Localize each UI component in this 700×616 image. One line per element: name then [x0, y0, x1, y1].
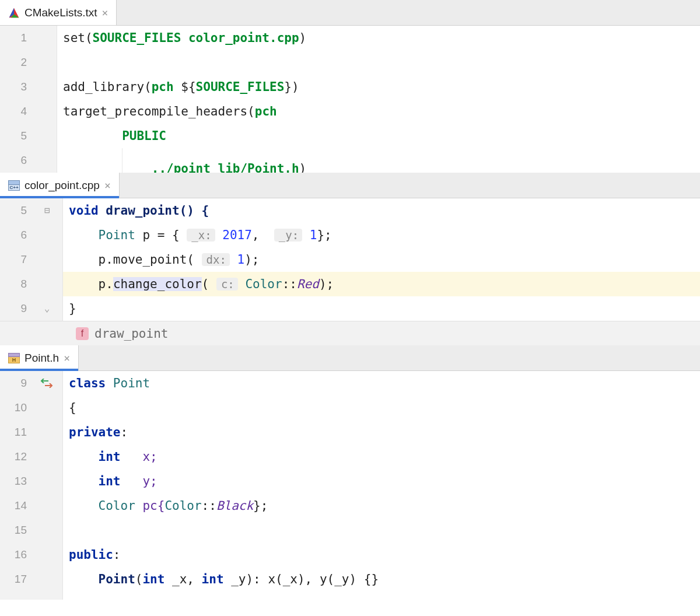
code-line[interactable]: add_library(pch ${SOURCE_FILES}): [57, 75, 700, 99]
tabbar: CMakeLists.txt ×: [0, 0, 700, 26]
param-hint: c:: [216, 278, 238, 290]
editor-body[interactable]: 9 10 11 12 13 14 15 16 17: [0, 371, 700, 600]
code-line[interactable]: void draw_point() {: [63, 198, 700, 223]
tab-label: Point.h: [24, 352, 59, 365]
editor-pane-h: H Point.h × 9 10 11 12 13 14 15 16 17: [0, 345, 700, 600]
gutter: 1 2 3 4 5 6: [0, 26, 57, 173]
code-area[interactable]: class Point { private: int x; int y; Col…: [63, 371, 700, 600]
line-number: 14: [15, 494, 27, 518]
line-number: 12: [15, 444, 27, 469]
tabbar: C++ color_point.cpp ×: [0, 173, 700, 198]
gutter: 5 6 7 8 9 ⊟ ⌄: [0, 198, 63, 321]
code-line[interactable]: [57, 50, 700, 75]
line-number: 10: [15, 396, 27, 420]
line-number: 16: [15, 542, 27, 567]
code-line[interactable]: [63, 518, 700, 542]
code-line[interactable]: Point(int _x, int _y): x(_x), y(_y) {}: [63, 567, 700, 592]
code-line[interactable]: int y;: [63, 469, 700, 494]
gutter: 9 10 11 12 13 14 15 16 17: [0, 371, 63, 600]
tab-label: CMakeLists.txt: [24, 6, 97, 19]
line-number: 2: [20, 50, 27, 75]
code-line[interactable]: target_precompile_headers(pch: [57, 99, 700, 124]
param-hint: _x:: [187, 229, 215, 242]
h-file-icon: H: [8, 353, 20, 363]
function-badge-icon: f: [76, 327, 89, 340]
line-number: 7: [20, 247, 27, 272]
breadcrumb[interactable]: f draw_point: [0, 321, 700, 345]
vcs-change-icon[interactable]: [32, 371, 62, 396]
line-number: 9: [20, 296, 27, 321]
code-line[interactable]: public:: [63, 542, 700, 567]
code-line[interactable]: set(SOURCE_FILES color_point.cpp): [57, 26, 700, 50]
line-number: 15: [15, 518, 27, 542]
code-area[interactable]: set(SOURCE_FILES color_point.cpp) add_li…: [57, 26, 700, 173]
editor-body[interactable]: 5 6 7 8 9 ⊟ ⌄ void draw_point() { Point …: [0, 198, 700, 321]
code-line[interactable]: ../point_lib/Point.h): [57, 148, 700, 173]
line-number: 13: [15, 469, 27, 494]
code-area[interactable]: void draw_point() { Point p = { _x: 2017…: [63, 198, 700, 321]
tab-label: color_point.cpp: [24, 179, 100, 192]
editor-pane-cmake: CMakeLists.txt × 1 2 3 4 5 6 set(SOURCE_…: [0, 0, 700, 173]
code-line[interactable]: private:: [63, 420, 700, 444]
editor-body[interactable]: 1 2 3 4 5 6 set(SOURCE_FILES color_point…: [0, 26, 700, 173]
code-line[interactable]: int x;: [63, 444, 700, 469]
line-number: 5: [20, 198, 27, 223]
code-line[interactable]: class Point: [63, 371, 700, 396]
close-icon[interactable]: ×: [64, 352, 70, 364]
tab-colorpoint[interactable]: C++ color_point.cpp ×: [0, 173, 120, 198]
line-number: 9: [20, 371, 27, 396]
tab-point-h[interactable]: H Point.h ×: [0, 345, 79, 370]
fold-end-icon[interactable]: ⌄: [32, 296, 62, 321]
line-number: 6: [20, 148, 27, 173]
line-number: 11: [15, 420, 27, 444]
code-line[interactable]: PUBLIC: [57, 124, 700, 148]
line-number: 6: [20, 223, 27, 247]
cmake-icon: [8, 7, 20, 19]
cpp-file-icon: C++: [8, 180, 20, 191]
line-number: 4: [20, 99, 27, 124]
param-hint: dx:: [202, 253, 230, 266]
tabbar: H Point.h ×: [0, 345, 700, 371]
line-number: 3: [20, 75, 27, 99]
line-number: 1: [20, 26, 27, 50]
close-icon[interactable]: ×: [104, 179, 111, 191]
param-hint: _y:: [274, 229, 302, 242]
tab-cmakelists[interactable]: CMakeLists.txt ×: [0, 0, 117, 25]
line-number: 17: [15, 567, 27, 592]
fold-icon[interactable]: ⊟: [32, 198, 62, 223]
code-line[interactable]: p.move_point( dx: 1);: [63, 247, 700, 272]
line-number: 8: [20, 272, 27, 296]
code-line[interactable]: Point p = { _x: 2017, _y: 1};: [63, 223, 700, 247]
breadcrumb-label[interactable]: draw_point: [94, 327, 168, 341]
code-line-highlighted[interactable]: p.change_color( c: Color::Red);: [63, 272, 700, 296]
editor-pane-cpp: C++ color_point.cpp × 5 6 7 8 9 ⊟ ⌄ void…: [0, 173, 700, 345]
code-line[interactable]: {: [63, 396, 700, 420]
close-icon[interactable]: ×: [102, 6, 108, 19]
code-line[interactable]: }: [63, 296, 700, 321]
line-number: 5: [20, 124, 27, 148]
code-line[interactable]: Color pc{Color::Black};: [63, 494, 700, 518]
